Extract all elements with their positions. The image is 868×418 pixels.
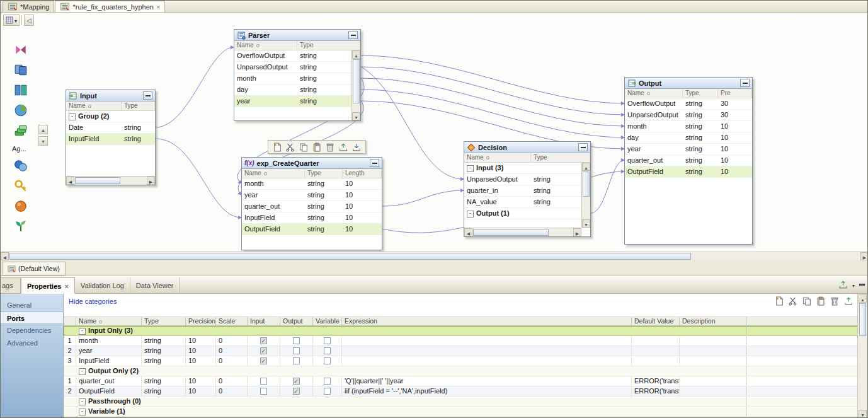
tab-validation-log[interactable]: Validation Log (75, 277, 130, 293)
output-header[interactable]: Output (625, 78, 752, 89)
connection-wire[interactable] (361, 67, 624, 115)
connection-wire[interactable] (361, 78, 624, 126)
description-cell[interactable] (680, 386, 746, 396)
port-row[interactable]: quarter_out string 10 (625, 155, 752, 166)
scroll-right-button[interactable] (860, 252, 868, 260)
palette-icon-5[interactable] (13, 124, 28, 137)
panel-export-icon[interactable] (838, 280, 848, 289)
tab-properties[interactable]: Properties (21, 277, 75, 294)
close-tab-icon[interactable] (64, 283, 68, 289)
connection-wire[interactable] (156, 47, 234, 127)
canvas-horizontal-scrollbar[interactable] (1, 252, 868, 260)
ports-table-row[interactable]: 1 month string 10 0 (64, 336, 859, 346)
default-value-cell[interactable] (632, 346, 680, 356)
output-checkbox[interactable] (293, 347, 300, 354)
expression-cell[interactable] (342, 407, 632, 416)
collapse-left-button[interactable] (24, 15, 34, 26)
port-row[interactable]: OutputField string 10 (242, 224, 382, 235)
input-checkbox[interactable] (260, 357, 267, 364)
delete-icon[interactable] (325, 142, 335, 152)
column-header-name[interactable]: Name (244, 170, 267, 177)
description-cell[interactable] (680, 346, 746, 356)
output-checkbox[interactable] (293, 337, 300, 344)
palette-scroll-down-button[interactable] (38, 136, 48, 146)
column-header-variable[interactable]: Variable (313, 317, 342, 325)
expression-cell[interactable] (342, 346, 632, 356)
variable-checkbox[interactable] (324, 378, 331, 385)
minimize-button[interactable] (370, 159, 379, 167)
input-checkbox[interactable] (260, 378, 267, 385)
paste-icon[interactable] (312, 142, 322, 152)
scrollbar-thumb[interactable] (859, 303, 866, 336)
default-value-cell[interactable] (632, 326, 680, 335)
ports-table-row[interactable]: 2 year string 10 0 (64, 346, 859, 356)
column-header-name[interactable]: Name (69, 102, 91, 110)
variable-checkbox[interactable] (324, 388, 331, 395)
ports-table-row[interactable]: Variable (1) (64, 407, 859, 417)
palette-icon-1[interactable] (13, 43, 28, 57)
port-row[interactable]: year string 10 (625, 144, 752, 155)
column-header-type[interactable]: Type (305, 169, 343, 178)
decision-header[interactable]: Decision (464, 142, 590, 153)
port-row[interactable]: year string (234, 96, 360, 107)
minimize-button[interactable] (143, 91, 152, 100)
default-view-tab[interactable]: (Default View) (2, 262, 66, 276)
mapping-canvas[interactable]: Ag... Parser Name Type OverflowOutput (1, 13, 868, 252)
column-header-type[interactable]: Type (297, 41, 360, 50)
expression-cell[interactable] (342, 336, 632, 345)
variable-checkbox[interactable] (324, 347, 331, 354)
category-dependencies[interactable]: Dependencies (1, 324, 63, 337)
default-value-cell[interactable] (632, 397, 680, 406)
minimize-panel-icon[interactable] (859, 284, 865, 286)
port-row[interactable]: month string (234, 73, 360, 84)
category-ports[interactable]: Ports (1, 311, 63, 324)
port-row[interactable]: Input (3) (464, 163, 590, 174)
expression-cell[interactable] (342, 356, 632, 366)
ports-table-row[interactable]: 2 OutputField string 10 0 iif (inputFiel… (64, 386, 859, 397)
copy-icon[interactable] (802, 296, 812, 306)
input-checkbox[interactable] (260, 347, 267, 354)
connection-wire[interactable] (382, 190, 464, 206)
column-header-type[interactable]: Type (531, 153, 590, 162)
column-header-name[interactable]: Name (76, 317, 142, 325)
expression-cell[interactable] (342, 366, 632, 376)
ports-table-row[interactable]: Passthrough (0) (64, 397, 859, 407)
port-row[interactable]: month string 10 (625, 121, 752, 132)
column-header-type[interactable]: Type (122, 102, 155, 110)
port-row[interactable]: NA_value string (464, 197, 590, 208)
default-value-cell[interactable] (632, 407, 680, 416)
scroll-down-button[interactable] (859, 410, 867, 418)
expression-cell[interactable]: 'Q'||quarter||' '||year (342, 376, 632, 386)
column-header-input[interactable]: Input (248, 317, 280, 325)
palette-icon-7[interactable] (13, 179, 28, 193)
default-value-cell[interactable] (632, 366, 680, 376)
default-value-cell[interactable] (632, 356, 680, 366)
new-port-icon[interactable] (774, 296, 784, 306)
paste-icon[interactable] (816, 296, 826, 306)
tab-data-viewer[interactable]: Data Viewer (130, 277, 180, 293)
palette-mode-button[interactable] (3, 15, 20, 26)
palette-icon-3[interactable] (13, 83, 28, 97)
column-header-scale[interactable]: Scale (216, 317, 248, 325)
palette-icon-9[interactable] (13, 219, 28, 233)
expression-cell[interactable]: iif (inputField = '--','NA',inputField) (342, 386, 632, 396)
connection-wire[interactable] (156, 139, 241, 218)
description-cell[interactable] (680, 376, 746, 386)
connection-wire[interactable] (591, 160, 624, 213)
scroll-left-button[interactable] (1, 252, 9, 260)
horizontal-scrollbar[interactable] (464, 228, 581, 236)
parser-transformation[interactable]: Parser Name Type OverflowOutput string U… (234, 29, 361, 121)
expression-transformation[interactable]: exp_CreateQuarter Name Type Length month… (241, 157, 382, 250)
column-header-length[interactable]: Length (343, 169, 382, 178)
tab-rule-fix-quarters-hyphen[interactable]: *rule_fix_quarters_hyphen (55, 1, 165, 12)
palette-icon-4[interactable] (13, 103, 28, 117)
expression-cell[interactable] (342, 397, 632, 406)
delete-icon[interactable] (830, 296, 840, 306)
scroll-up-button[interactable] (859, 294, 867, 303)
description-cell[interactable] (680, 397, 746, 406)
port-row[interactable]: UnparsedOutput string (464, 174, 590, 185)
vertical-scrollbar[interactable] (581, 163, 590, 228)
port-row[interactable]: InputField string 10 (242, 212, 382, 224)
port-row[interactable]: UnparsedOutput string (234, 62, 360, 73)
expression-cell[interactable] (342, 326, 632, 335)
